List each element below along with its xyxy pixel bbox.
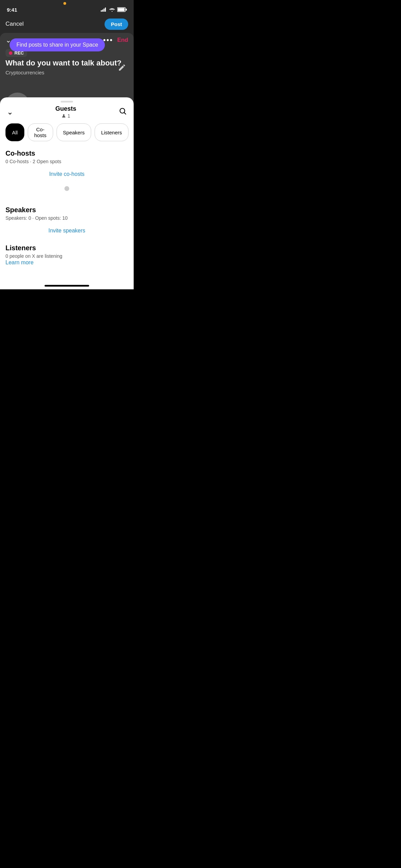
search-icon[interactable] — [119, 107, 127, 117]
sheet-title-area: Guests 1 — [55, 105, 76, 119]
svg-rect-0 — [101, 10, 102, 12]
post-button[interactable]: Post — [105, 19, 128, 30]
speakers-section: Speakers Speakers: 0 · Open spots: 10 In… — [0, 198, 134, 236]
svg-rect-5 — [118, 8, 125, 11]
sheet-collapse-icon[interactable]: ⌄ — [7, 108, 13, 117]
sheet-title: Guests — [55, 105, 76, 112]
rec-dot — [9, 51, 12, 55]
wifi-icon — [109, 7, 115, 12]
home-indicator — [45, 285, 89, 287]
space-question: What do you want to talk about? — [5, 58, 128, 68]
listeners-section: Listeners 0 people on X are listening Le… — [0, 236, 134, 266]
svg-rect-2 — [104, 9, 105, 12]
tooltip-pill: Find posts to share in your Space — [10, 38, 105, 51]
camera-indicator-dot — [63, 2, 66, 5]
status-time: 9:41 — [7, 7, 17, 13]
svg-rect-3 — [105, 8, 106, 12]
space-content: What do you want to talk about? Cryptocu… — [5, 58, 128, 82]
listeners-subtitle: 0 people on X are listening — [5, 253, 128, 259]
svg-point-8 — [63, 114, 65, 116]
edit-icon[interactable] — [118, 63, 126, 73]
cohosts-title: Co-hosts — [5, 149, 128, 157]
sheet-guest-count: 1 — [61, 113, 70, 119]
filter-row: All Co-hosts Speakers Listeners — [0, 119, 134, 141]
cohosts-section: Co-hosts 0 Co-hosts · 2 Open spots Invit… — [0, 141, 134, 179]
listeners-title: Listeners — [5, 244, 128, 252]
filter-speakers[interactable]: Speakers — [57, 123, 91, 141]
invite-cohosts-button[interactable]: Invite co-hosts — [5, 169, 128, 179]
guests-bottom-sheet: ⌄ Guests 1 All Co-hosts Speakers Listene… — [0, 97, 134, 289]
filter-listeners[interactable]: Listeners — [95, 123, 129, 141]
status-bar: 9:41 — [0, 0, 134, 15]
filter-cohosts[interactable]: Co-hosts — [28, 123, 53, 141]
space-topic: Cryptocurrencies — [5, 70, 128, 75]
top-navigation: Cancel Post — [0, 15, 134, 33]
speakers-subtitle: Speakers: 0 · Open spots: 10 — [5, 215, 128, 221]
person-icon — [61, 113, 66, 118]
divider-dot — [64, 186, 69, 191]
status-icons — [101, 7, 127, 12]
sheet-header: ⌄ Guests 1 — [0, 103, 134, 119]
learn-more-link[interactable]: Learn more — [5, 260, 34, 265]
svg-rect-6 — [126, 9, 127, 11]
invite-speakers-button[interactable]: Invite speakers — [5, 226, 128, 236]
cohosts-subtitle: 0 Co-hosts · 2 Open spots — [5, 159, 128, 164]
svg-rect-1 — [102, 10, 103, 12]
filter-all[interactable]: All — [5, 123, 24, 141]
speakers-title: Speakers — [5, 206, 128, 214]
cancel-button[interactable]: Cancel — [5, 21, 24, 27]
signal-icon — [101, 8, 107, 12]
svg-line-10 — [124, 112, 126, 114]
battery-icon — [117, 7, 127, 12]
space-end-button[interactable]: End — [117, 37, 128, 44]
